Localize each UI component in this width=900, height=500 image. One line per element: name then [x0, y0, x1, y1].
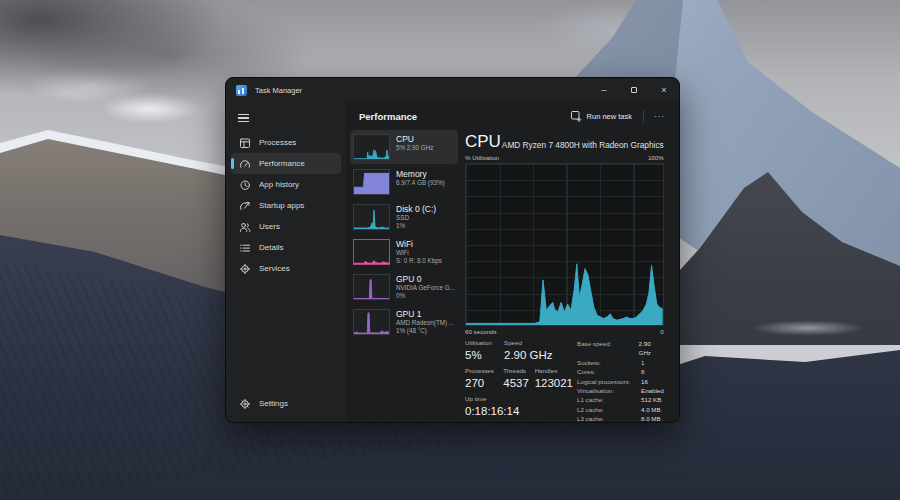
- spec-l3-cache: L3 cache:8.0 MB: [577, 414, 664, 423]
- stat-handles: Handles 123021: [535, 367, 573, 390]
- perf-item-detail2: 1%: [396, 222, 436, 230]
- titlebar[interactable]: Task Manager – ×: [226, 78, 679, 102]
- spec-sockets: Sockets:1: [577, 358, 664, 367]
- more-options-button[interactable]: ···: [648, 112, 671, 121]
- startup-apps-icon: [239, 200, 251, 212]
- perf-item-name: Memory: [396, 169, 445, 179]
- window-title: Task Manager: [255, 86, 302, 95]
- details-icon: [239, 242, 251, 254]
- memory-mini-chart: [353, 169, 390, 195]
- cpu-utilisation-chart: [465, 163, 664, 326]
- sidebar-item-performance[interactable]: Performance: [231, 153, 341, 174]
- sidebar-item-label: Details: [259, 243, 283, 252]
- perf-item-disk0[interactable]: Disk 0 (C:) SSD 1%: [350, 200, 458, 234]
- spec-cores: Cores:8: [577, 367, 664, 376]
- desktop: Task Manager – × Processes Performance: [0, 0, 900, 500]
- perf-item-detail: 6.9/7.4 GB (93%): [396, 179, 445, 187]
- x-axis-right-label: 0: [660, 328, 663, 335]
- disk-mini-chart: [353, 204, 390, 230]
- perf-item-name: GPU 0: [396, 274, 455, 284]
- gpu1-mini-chart: [353, 309, 390, 335]
- perf-item-memory[interactable]: Memory 6.9/7.4 GB (93%): [350, 165, 458, 199]
- maximize-button[interactable]: [619, 78, 649, 102]
- stat-uptime: Up time 0:18:16:14: [465, 395, 519, 418]
- gpu0-mini-chart: [353, 274, 390, 300]
- perf-item-name: Disk 0 (C:): [396, 204, 436, 214]
- sidebar-nav: Processes Performance App history Startu…: [226, 132, 346, 393]
- perf-item-detail2: 1% (48 °C): [396, 327, 454, 335]
- close-button[interactable]: ×: [649, 78, 679, 102]
- stat-utilisation: Utilisation 5%: [465, 339, 504, 362]
- run-new-task-button[interactable]: Run new task: [563, 107, 639, 125]
- maximize-icon: [631, 87, 637, 93]
- perf-item-detail: NVIDIA GeForce G...: [396, 284, 455, 292]
- perf-item-name: GPU 1: [396, 309, 454, 319]
- cpu-mini-chart: [353, 134, 390, 160]
- settings-gear-icon: [239, 398, 251, 410]
- processes-icon: [239, 137, 251, 149]
- perf-item-detail2: 0%: [396, 292, 455, 300]
- perf-item-name: CPU: [396, 134, 433, 144]
- y-axis-max-label: 100%: [648, 154, 664, 161]
- spec-virtualisation: Virtualisation:Enabled: [577, 386, 664, 395]
- users-icon: [239, 221, 251, 233]
- spec-logical-processors: Logical processors:16: [577, 377, 664, 386]
- perf-item-detail2: S: 0 R: 8.0 Kbps: [396, 257, 442, 265]
- cpu-model-name: AMD Ryzen 7 4800H with Radeon Graphics: [502, 140, 664, 151]
- sidebar: Processes Performance App history Startu…: [226, 102, 346, 422]
- sidebar-item-users[interactable]: Users: [231, 216, 341, 237]
- app-history-icon: [239, 179, 251, 191]
- stat-threads: Threads 4537: [503, 367, 534, 390]
- perf-item-detail: SSD: [396, 214, 436, 222]
- performance-icon: [239, 158, 251, 170]
- x-axis-left-label: 60 seconds: [465, 328, 497, 335]
- sidebar-item-details[interactable]: Details: [231, 237, 341, 258]
- perf-item-name: WiFi: [396, 239, 442, 249]
- sidebar-item-label: Processes: [259, 138, 296, 147]
- detail-title: CPU: [465, 132, 501, 151]
- run-new-task-icon: [570, 110, 582, 122]
- services-icon: [239, 263, 251, 275]
- sidebar-item-label: App history: [259, 180, 299, 189]
- minimize-button[interactable]: –: [589, 78, 619, 102]
- cpu-spec-list: Base speed:2.90 GHz Sockets:1 Cores:8 Lo…: [577, 339, 664, 423]
- cpu-stats: Utilisation 5% Speed 2.90 GHz Processes …: [465, 339, 664, 423]
- perf-item-wifi[interactable]: WiFi WiFi S: 0 R: 8.0 Kbps: [350, 235, 458, 269]
- sidebar-item-label: Performance: [259, 159, 305, 168]
- stat-speed: Speed 2.90 GHz: [504, 339, 553, 362]
- run-new-task-label: Run new task: [587, 112, 632, 121]
- perf-item-gpu1[interactable]: GPU 1 AMD Radeon(TM) ... 1% (48 °C): [350, 305, 458, 339]
- task-manager-app-icon: [236, 85, 247, 96]
- sidebar-item-settings[interactable]: Settings: [231, 393, 341, 414]
- spec-base-speed: Base speed:2.90 GHz: [577, 339, 664, 358]
- perf-item-detail: WiFi: [396, 249, 442, 257]
- page-title: Performance: [359, 111, 417, 122]
- sidebar-item-services[interactable]: Services: [231, 258, 341, 279]
- y-axis-label: % Utilisation: [465, 154, 499, 161]
- perf-item-detail: AMD Radeon(TM) ...: [396, 319, 454, 327]
- performance-metric-list: CPU 5% 2.90 GHz Memory 6.9/7.4 GB (93%): [350, 130, 458, 423]
- cpu-detail-pane: CPU AMD Ryzen 7 4800H with Radeon Graphi…: [465, 130, 664, 423]
- sidebar-item-label: Services: [259, 264, 290, 273]
- perf-item-detail: 5% 2.90 GHz: [396, 144, 433, 152]
- spec-l1-cache: L1 cache:512 KB: [577, 395, 664, 404]
- sidebar-item-app-history[interactable]: App history: [231, 174, 341, 195]
- hamburger-menu-icon[interactable]: [235, 108, 263, 128]
- stat-processes: Processes 270: [465, 367, 503, 390]
- sidebar-item-label: Startup apps: [259, 201, 304, 210]
- wifi-mini-chart: [353, 239, 390, 265]
- perf-item-gpu0[interactable]: GPU 0 NVIDIA GeForce G... 0%: [350, 270, 458, 304]
- sidebar-item-label: Users: [259, 222, 280, 231]
- perf-item-cpu[interactable]: CPU 5% 2.90 GHz: [350, 130, 458, 164]
- sidebar-item-startup-apps[interactable]: Startup apps: [231, 195, 341, 216]
- task-manager-window: Task Manager – × Processes Performance: [225, 77, 680, 423]
- sidebar-item-label: Settings: [259, 399, 288, 408]
- main-pane: Performance Run new task ···: [346, 102, 679, 422]
- header-divider: [643, 110, 644, 123]
- spec-l2-cache: L2 cache:4.0 MB: [577, 405, 664, 414]
- sidebar-item-processes[interactable]: Processes: [231, 132, 341, 153]
- page-header: Performance Run new task ···: [346, 102, 679, 128]
